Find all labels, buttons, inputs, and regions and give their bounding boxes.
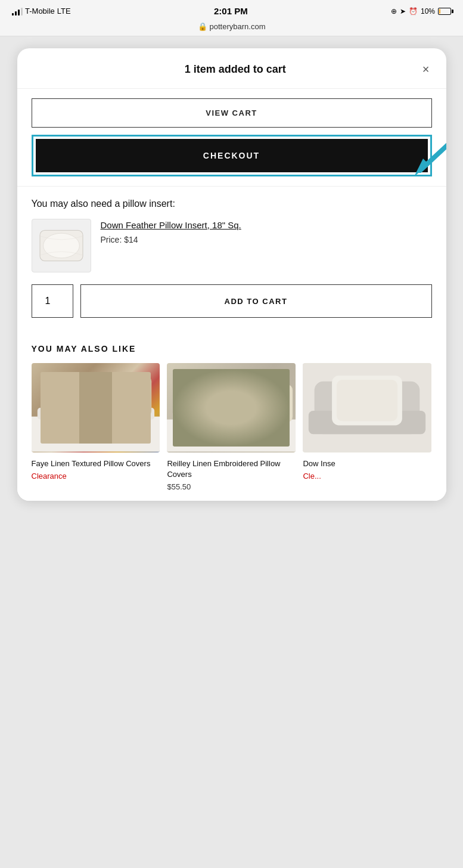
- also-like-heading: YOU MAY ALSO LIKE: [32, 344, 432, 354]
- svg-rect-8: [55, 393, 95, 421]
- pillow-insert-heading: You may also need a pillow insert:: [32, 199, 432, 209]
- svg-rect-11: [46, 399, 84, 423]
- product-price-1: Clearance: [32, 472, 160, 480]
- alarm-icon: ⏰: [409, 7, 418, 16]
- carrier-name: T-Mobile: [25, 7, 55, 16]
- page-content: 1 item added to cart × VIEW CART CHECKOU…: [17, 48, 446, 501]
- product-image-3: [303, 363, 431, 452]
- view-cart-button[interactable]: VIEW CART: [32, 98, 432, 128]
- checkout-wrapper: CHECKOUT: [32, 135, 432, 176]
- current-time: 2:01 PM: [214, 6, 248, 16]
- location-icon: ⊕: [391, 7, 397, 16]
- checkout-button[interactable]: CHECKOUT: [36, 139, 428, 172]
- svg-rect-9: [63, 388, 103, 416]
- modal-header: 1 item added to cart ×: [17, 48, 446, 89]
- pillow-product-image: [32, 219, 91, 272]
- svg-rect-26: [249, 388, 290, 420]
- pillow-insert-section: You may also need a pillow insert: Down …: [17, 186, 446, 330]
- url-text: potterybarn.com: [210, 22, 266, 31]
- pillow-actions: ADD TO CART: [32, 284, 432, 318]
- product-name-3: Dow Inse: [303, 458, 431, 469]
- svg-rect-13: [98, 379, 148, 414]
- battery-icon: [438, 8, 451, 15]
- product-image-2: [167, 363, 296, 452]
- pillow-product: Down Feather Pillow Insert, 18" Sq. Pric…: [32, 219, 432, 272]
- svg-line-24: [203, 389, 224, 410]
- svg-rect-33: [337, 380, 397, 421]
- product-price-3: Cle...: [303, 472, 431, 480]
- pillow-image-svg: [38, 225, 85, 266]
- svg-line-23: [203, 389, 224, 410]
- svg-rect-6: [49, 382, 93, 414]
- add-to-cart-button[interactable]: ADD TO CART: [80, 284, 432, 318]
- also-like-section: YOU MAY ALSO LIKE: [17, 330, 446, 501]
- svg-point-3: [43, 233, 79, 258]
- svg-rect-12: [95, 376, 151, 417]
- modal-title: 1 item added to cart: [51, 63, 420, 76]
- svg-rect-14: [167, 420, 296, 452]
- svg-rect-25: [246, 385, 293, 423]
- network-type: LTE: [57, 7, 71, 16]
- product-name-2: Reilley Linen Embroidered Pillow Covers: [167, 458, 296, 480]
- url-bar[interactable]: 🔒 potterybarn.com: [0, 20, 463, 36]
- product-name-1: Faye Linen Textured Pillow Covers: [32, 458, 160, 469]
- pillow-product-price: Price: $14: [101, 235, 432, 244]
- product-card-1[interactable]: Faye Linen Textured Pillow Covers Cleara…: [32, 363, 160, 491]
- modal-actions: VIEW CART CHECKOUT: [17, 89, 446, 186]
- quantity-input[interactable]: [32, 284, 73, 318]
- pillow-product-name[interactable]: Down Feather Pillow Insert, 18" Sq.: [101, 219, 432, 231]
- signal-icon: [12, 7, 23, 16]
- svg-rect-4: [32, 417, 160, 452]
- svg-rect-7: [43, 390, 84, 420]
- arrow-annotation: [411, 129, 446, 185]
- product-grid: Faye Linen Textured Pillow Covers Cleara…: [32, 363, 432, 491]
- svg-rect-15: [173, 411, 290, 423]
- svg-rect-5: [37, 408, 154, 420]
- carrier-info: T-Mobile LTE: [12, 7, 71, 16]
- product-image-1: [32, 363, 160, 452]
- svg-point-19: [203, 389, 224, 410]
- product-price-2: $55.50: [167, 482, 296, 491]
- status-right: ⊕ ➤ ⏰ 10%: [391, 7, 451, 16]
- svg-rect-17: [184, 377, 244, 421]
- pillow-product-info: Down Feather Pillow Insert, 18" Sq. Pric…: [101, 219, 432, 244]
- svg-rect-10: [69, 396, 109, 422]
- svg-point-18: [199, 385, 228, 414]
- close-button[interactable]: ×: [420, 60, 432, 79]
- battery-percent: 10%: [421, 7, 435, 16]
- product-card-3[interactable]: Dow Inse Cle...: [303, 363, 431, 491]
- navigation-icon: ➤: [400, 7, 406, 16]
- svg-point-20: [208, 393, 220, 405]
- status-bar: T-Mobile LTE 2:01 PM ⊕ ➤ ⏰ 10%: [0, 0, 463, 20]
- svg-rect-16: [179, 373, 249, 425]
- lock-icon: 🔒: [198, 22, 207, 31]
- url-display: 🔒 potterybarn.com: [198, 22, 266, 31]
- checkout-highlight-border: CHECKOUT: [32, 135, 432, 176]
- product-card-2[interactable]: Reilley Linen Embroidered Pillow Covers …: [167, 363, 296, 491]
